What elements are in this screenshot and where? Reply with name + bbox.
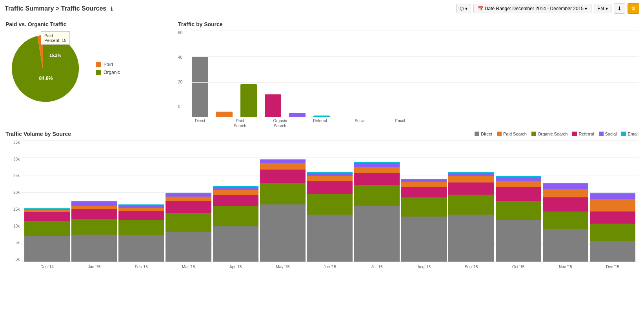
vol-x-label: Nov '15 [543, 265, 588, 269]
gridline-60 [192, 31, 639, 31]
vol-bar-segment-direct [213, 226, 258, 262]
vol-bar-segment-direct [24, 236, 70, 262]
vol-bar-group [118, 204, 164, 262]
vol-bar-segment-social [543, 184, 588, 189]
vol-bar-group [213, 186, 258, 262]
vol-x-label: Mar '15 [166, 265, 211, 269]
vol-bar-segment-organic [166, 213, 211, 232]
source-x-label: Organic Search [272, 118, 288, 128]
vol-bar-group [260, 159, 306, 262]
vol-bar-segment-organic [590, 224, 635, 241]
vol-legend-paid-color [497, 132, 502, 136]
vol-bar-segment-referral [401, 187, 447, 198]
settings-icon: ⚙ [631, 5, 636, 11]
vol-legend-email: Email [621, 132, 639, 136]
vol-bar-group [448, 172, 494, 262]
settings-button[interactable]: ⚙ [628, 3, 639, 14]
vol-bar-segment-referral [307, 181, 353, 194]
vol-legend-referral-color [572, 132, 577, 136]
gridline-20 [192, 82, 639, 83]
source-gridlines [192, 31, 639, 109]
source-x-label: Paid Search [232, 118, 248, 128]
vol-bar-segment-paid [354, 167, 400, 173]
vol-bar-group [166, 193, 211, 262]
page-title: Traffic Summary > Traffic Sources ℹ [5, 5, 113, 12]
vol-bar-group [71, 201, 117, 262]
vol-legend-social: Social [599, 132, 617, 136]
vol-x-label: May '15 [260, 265, 306, 269]
vol-bar-segment-paid [307, 176, 353, 181]
vol-x-label: Jun '15 [307, 265, 353, 269]
pie-container: Paid Percent: 15 84.8% 15.2% [5, 31, 170, 106]
vol-bar-segment-referral [71, 209, 117, 219]
source-bar-chart-section: Traffic by Source 60 40 20 0 [178, 21, 639, 125]
vol-legend-paid: Paid Search [497, 132, 527, 136]
legend-item-organic: Organic [96, 70, 120, 75]
vol-bar-segment-organic [71, 219, 117, 235]
vol-bar-segment-organic [543, 211, 588, 229]
vol-bar-group [590, 193, 635, 262]
source-bar-group [313, 116, 330, 117]
source-chart: 60 40 20 0 [178, 31, 639, 125]
organic-segment [12, 35, 79, 102]
vol-bar-segment-direct [354, 206, 400, 262]
source-bar-group [216, 112, 233, 117]
pie-tooltip: Paid Percent: 15 [41, 31, 70, 45]
header-controls: ⬡ ▾ 📅 Date Range: December 2014 - Decemb… [456, 3, 640, 14]
paid-label: 15.2% [49, 53, 61, 58]
pie-title: Paid vs. Organic Traffic [5, 21, 170, 27]
vol-legend-email-color [621, 132, 626, 136]
paid-legend-color [96, 62, 101, 67]
vol-legend-organic: Organic Search [531, 132, 568, 136]
vol-bar-group [543, 183, 588, 262]
vol-bar-segment-referral [213, 195, 258, 206]
vol-x-label: Sep '15 [448, 265, 494, 269]
source-x-label: Referral [312, 118, 328, 128]
source-y-axis: 60 40 20 0 [178, 31, 182, 109]
source-x-label: Social [352, 118, 368, 128]
download-button[interactable]: ⬇ [614, 3, 625, 14]
vol-bar-segment-referral [448, 182, 494, 195]
paid-legend-label: Paid [104, 62, 113, 67]
vol-x-label: Oct '15 [496, 265, 541, 269]
vol-x-label: Feb '15 [118, 265, 164, 269]
vol-bar-segment-direct [543, 229, 588, 262]
volume-section: Traffic Volume by Source Direct Paid Sea… [5, 131, 639, 281]
vol-bar-segment-social [307, 173, 353, 176]
vol-bar-segment-organic [496, 201, 541, 220]
vol-bar-segment-paid [448, 176, 494, 182]
gridline-0 [192, 109, 639, 109]
calendar-icon: 📅 [478, 6, 485, 11]
vol-bar-segment-social [354, 163, 400, 167]
organic-legend-color [96, 70, 101, 75]
vol-bar-segment-paid [260, 163, 306, 170]
vol-bar-segment-paid [401, 182, 447, 187]
source-bar-group [289, 113, 306, 117]
vol-bar-segment-social [260, 160, 306, 164]
vol-bar-segment-organic [260, 183, 306, 204]
date-range-button[interactable]: 📅 Date Range: December 2014 - December 2… [473, 4, 592, 13]
source-chart-title: Traffic by Source [178, 21, 639, 27]
vol-bar-group [24, 208, 70, 262]
vol-bar-segment-referral [118, 211, 164, 220]
vol-x-label: Apr '15 [213, 265, 258, 269]
vol-x-label: Dec '14 [24, 265, 70, 269]
vol-bar-group [401, 179, 447, 262]
cube-icon: ⬡ [460, 6, 464, 11]
vol-x-label: Dec '15 [590, 265, 635, 269]
vol-bar-segment-organic [401, 197, 447, 217]
volume-header: Traffic Volume by Source Direct Paid Sea… [5, 131, 639, 137]
info-icon[interactable]: ℹ [111, 6, 113, 12]
volume-legend: Direct Paid Search Organic Search Referr… [475, 132, 639, 136]
volume-chart-wrapper: 35k 30k 25k 20k 15k 10k 5k 0k [5, 140, 639, 281]
vol-bar-segment-referral [496, 187, 541, 201]
header-bar: Traffic Summary > Traffic Sources ℹ ⬡ ▾ … [0, 0, 644, 17]
vol-bar-segment-paid [118, 208, 164, 211]
vol-bar-segment-referral [166, 201, 211, 213]
cube-button[interactable]: ⬡ ▾ [456, 4, 471, 13]
vol-bar-segment-paid [590, 199, 635, 211]
vol-bar-segment-direct [307, 215, 353, 262]
language-button[interactable]: EN ▾ [594, 4, 611, 13]
source-bar [313, 116, 330, 117]
vol-bar-segment-organic [24, 221, 70, 235]
